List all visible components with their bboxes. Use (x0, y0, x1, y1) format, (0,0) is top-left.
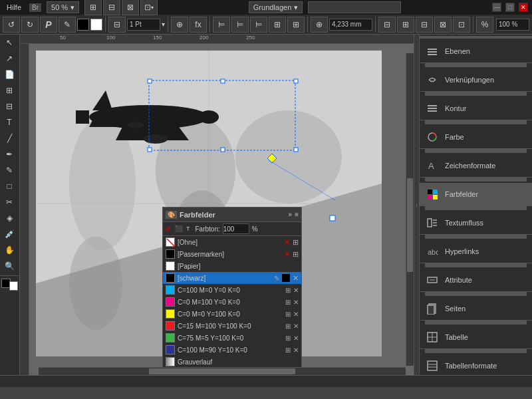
scroll-thumb-v[interactable] (407, 178, 413, 272)
farbton-input[interactable] (223, 223, 249, 234)
zeichenformate-header[interactable]: A Zeichenformate (420, 154, 532, 177)
view-btn-4[interactable]: ⊡▾ (140, 0, 158, 15)
pen-tool-left[interactable]: ✒ (0, 146, 19, 162)
coord-input[interactable] (329, 19, 372, 31)
direct-select-tool[interactable]: ↗ (0, 51, 19, 66)
view-btn-3[interactable]: ⊠ (122, 0, 139, 15)
hand-tool[interactable]: ✋ (0, 242, 19, 258)
type-tool[interactable]: T (0, 114, 19, 130)
dist-btn-1[interactable]: ⊟ (378, 17, 396, 33)
ruler-left (20, 44, 29, 375)
icon3: ⊞ (293, 250, 299, 259)
view-btn-2[interactable]: ⊟ (103, 0, 120, 15)
rect-tool[interactable]: □ (0, 178, 19, 194)
gradient-tool[interactable]: ◈ (0, 210, 19, 226)
seiten-header[interactable]: Seiten (420, 297, 532, 320)
color-item-red[interactable]: C=15 M=100 Y=100 K=0 ⊞ ✕ (163, 320, 301, 332)
scroll-thumb-h[interactable] (149, 368, 296, 374)
vertical-scrollbar[interactable] (406, 53, 414, 366)
line-tool[interactable]: ╱ (0, 130, 19, 146)
magenta-swatch (166, 297, 175, 307)
select-tool[interactable]: ↖ (0, 35, 19, 51)
gap-tool[interactable]: ⊟ (0, 98, 19, 114)
align-top-tool[interactable]: ⊞ (269, 17, 286, 33)
tabellenformate-header[interactable]: Tabellenformate (420, 354, 532, 375)
align-left-tool[interactable]: ⊨ (213, 17, 230, 33)
zoom-dropdown[interactable]: 50 % ▾ (47, 1, 79, 13)
ebenen-header[interactable]: Ebenen (420, 40, 532, 63)
color-item-cyan[interactable]: C=100 M=0 Y=0 K=0 ⊞ ✕ (163, 284, 301, 296)
textumfluss-header[interactable]: Textumfluss (420, 211, 532, 234)
page-tool[interactable]: 📄 (0, 66, 19, 82)
svg-rect-27 (330, 215, 335, 221)
rotate-right-tool[interactable]: ↻ (21, 17, 39, 33)
farbe-icon (425, 130, 440, 144)
farbfelder-header[interactable]: Farbfelder (420, 183, 532, 205)
collapse-handle[interactable]: ··· (414, 35, 419, 375)
workspace-dropdown[interactable]: Grundlagen ▾ (249, 1, 303, 13)
dist-btn-3[interactable]: ⊟ (416, 17, 433, 33)
scissor-tool[interactable]: ✂ (0, 194, 19, 210)
view-btn-1[interactable]: ⊞ (84, 0, 102, 15)
align-center-tool[interactable]: ⊨ (231, 17, 249, 33)
verknuepfungen-header[interactable]: Verknüpfungen (420, 68, 532, 91)
svg-point-15 (144, 134, 168, 144)
horizontal-scrollbar[interactable] (39, 367, 406, 375)
tabelle-icon (425, 330, 440, 344)
textumfluss-icon (425, 215, 440, 230)
color-item-green[interactable]: C=75 M=5 Y=100 K=0 ⊞ ✕ (163, 332, 301, 344)
tool-group-dist: ⊟ ⊞ ⊟ ⊠ ⊡ (378, 17, 473, 33)
color-item-schwarz[interactable]: [schwarz] ✎ ✕ (163, 272, 301, 284)
pencil-tool[interactable]: ✎ (0, 162, 19, 178)
panel-menu-btn[interactable]: ≡ (295, 211, 299, 218)
close-button[interactable]: ✕ (519, 3, 528, 12)
zeichenformate-icon: A (425, 158, 440, 173)
zoom-in-tool[interactable]: ⊕ (171, 17, 188, 33)
farbe-header[interactable]: Farbe (420, 126, 532, 148)
yellow-icon1: ⊞ (285, 311, 291, 318)
zoom-tool[interactable]: 🔍 (0, 258, 19, 274)
color-item-papier[interactable]: [Papier] (163, 260, 301, 272)
minimize-button[interactable]: — (492, 3, 501, 12)
dist-btn-2[interactable]: ⊞ (397, 17, 414, 33)
tabelle-label: Tabelle (445, 333, 527, 341)
title-bar-right: — □ ✕ (492, 3, 528, 12)
eyedropper-tool[interactable]: 💉 (0, 226, 19, 242)
x-icon-2: ✕ (284, 250, 290, 259)
color-item-magenta[interactable]: C=0 M=100 Y=0 K=0 ⊞ ✕ (163, 296, 301, 308)
bg-swatch[interactable] (9, 281, 19, 291)
kontur-header[interactable]: Kontur (420, 97, 532, 120)
dist-btn-4[interactable]: ⊠ (434, 17, 452, 33)
tabelle-header[interactable]: Tabelle (420, 326, 532, 348)
text-tool[interactable]: P (40, 17, 57, 33)
align-middle-tool[interactable]: ⊞ (287, 17, 305, 33)
hilfe-menu[interactable]: Hilfe (4, 3, 24, 11)
attribute-header[interactable]: Attribute (420, 269, 532, 291)
color-item-ohne[interactable]: [Ohne] ✕ ⊞ (163, 236, 301, 248)
maximize-button[interactable]: □ (505, 3, 515, 12)
stroke-weight-input[interactable] (127, 19, 160, 31)
formula-tool[interactable]: fx (190, 17, 207, 33)
ruler-top: 50 100 150 200 250 (20, 35, 414, 44)
dist-btn-5[interactable]: ⊡ (453, 17, 470, 33)
verknuepfungen-label: Verknüpfungen (445, 76, 527, 84)
stroke-swatch[interactable] (90, 19, 102, 31)
align-right-tool[interactable]: ⊨ (250, 17, 267, 33)
rotate-left-tool[interactable]: ↺ (3, 17, 20, 33)
color-item-gray[interactable]: Grauverlauf (163, 356, 301, 368)
color-item-blue[interactable]: C=100 M=90 Y=10 K=0 ⊞ ✕ (163, 344, 301, 356)
green-icon1: ⊞ (285, 334, 291, 342)
content-tool[interactable]: ⊞ (0, 82, 19, 98)
color-item-yellow[interactable]: C=0 M=0 Y=100 K=0 ⊞ ✕ (163, 308, 301, 320)
pen-tool[interactable]: ✎ (59, 17, 76, 33)
hyperlinks-header[interactable]: abc Hyperlinks (420, 240, 532, 263)
color-item-passer[interactable]: [Passermarken] ✕ ⊞ (163, 248, 301, 260)
kontur-label: Kontur (445, 104, 527, 112)
search-input[interactable] (308, 1, 401, 13)
zoom-percent-input[interactable] (496, 19, 529, 31)
fill-swatch[interactable] (77, 19, 89, 31)
red-icon1: ⊞ (285, 323, 291, 330)
preview-icon: ⬛ (174, 225, 184, 233)
panel-expand-btn[interactable]: » (289, 211, 293, 218)
zoom-row: % ⊟▾ (476, 17, 532, 33)
